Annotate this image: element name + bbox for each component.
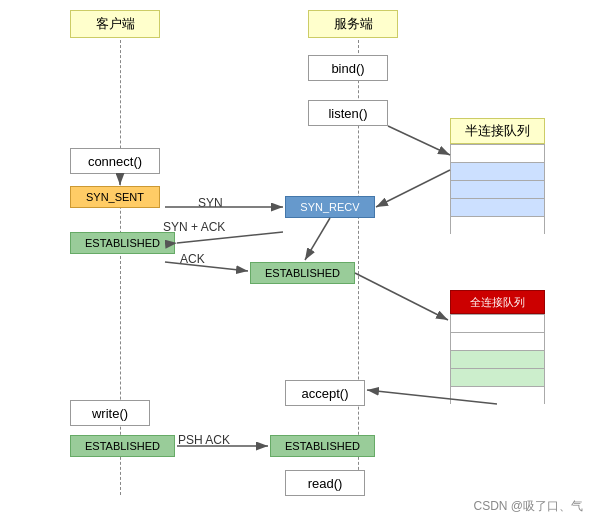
established-client-label: ESTABLISHED: [85, 237, 160, 249]
syn-recv-label: SYN_RECV: [300, 201, 359, 213]
established-psh-box: ESTABLISHED: [270, 435, 375, 457]
full-queue-text: 全连接队列: [470, 295, 525, 310]
psh-ack-label: PSH ACK: [178, 433, 230, 447]
client-label: 客户端: [96, 15, 135, 33]
half-queue-row3: [451, 181, 544, 199]
full-queue-row3: [451, 351, 544, 369]
svg-line-5: [388, 126, 450, 155]
svg-line-7: [305, 218, 330, 260]
write-label: write(): [92, 406, 128, 421]
accept-box: accept(): [285, 380, 365, 406]
established-client-box: ESTABLISHED: [70, 232, 175, 254]
read-box: read(): [285, 470, 365, 496]
syn-ack-arrow-label: SYN + ACK: [163, 220, 225, 234]
established-write-box: ESTABLISHED: [70, 435, 175, 457]
syn-arrow-label: SYN: [198, 196, 223, 210]
connect-label: connect(): [88, 154, 142, 169]
bind-label: bind(): [331, 61, 364, 76]
ack-arrow-label: ACK: [180, 252, 205, 266]
svg-line-4: [165, 262, 248, 271]
svg-line-8: [355, 273, 448, 320]
established-server-box: ESTABLISHED: [250, 262, 355, 284]
connect-box: connect(): [70, 148, 160, 174]
full-queue-container: [450, 314, 545, 404]
half-queue-container: [450, 144, 545, 234]
syn-recv-box: SYN_RECV: [285, 196, 375, 218]
listen-label: listen(): [328, 106, 367, 121]
svg-line-6: [376, 170, 450, 207]
bind-box: bind(): [308, 55, 388, 81]
full-queue-row4: [451, 369, 544, 387]
established-psh-label: ESTABLISHED: [285, 440, 360, 452]
half-queue-row5: [451, 217, 544, 235]
server-header: 服务端: [308, 10, 398, 38]
full-queue-row2: [451, 333, 544, 351]
full-queue-row1: [451, 315, 544, 333]
half-queue-row1: [451, 145, 544, 163]
half-queue-row4: [451, 199, 544, 217]
half-queue-text: 半连接队列: [465, 122, 530, 140]
full-queue-label: 全连接队列: [450, 290, 545, 314]
watermark: CSDN @吸了口、气: [473, 498, 583, 515]
listen-box: listen(): [308, 100, 388, 126]
syn-sent-box: SYN_SENT: [70, 186, 160, 208]
half-queue-row2: [451, 163, 544, 181]
half-queue-label: 半连接队列: [450, 118, 545, 144]
server-label: 服务端: [334, 15, 373, 33]
established-server-label: ESTABLISHED: [265, 267, 340, 279]
syn-sent-label: SYN_SENT: [86, 191, 144, 203]
established-write-label: ESTABLISHED: [85, 440, 160, 452]
read-label: read(): [308, 476, 343, 491]
write-box: write(): [70, 400, 150, 426]
full-queue-row5: [451, 387, 544, 405]
client-header: 客户端: [70, 10, 160, 38]
accept-label: accept(): [302, 386, 349, 401]
